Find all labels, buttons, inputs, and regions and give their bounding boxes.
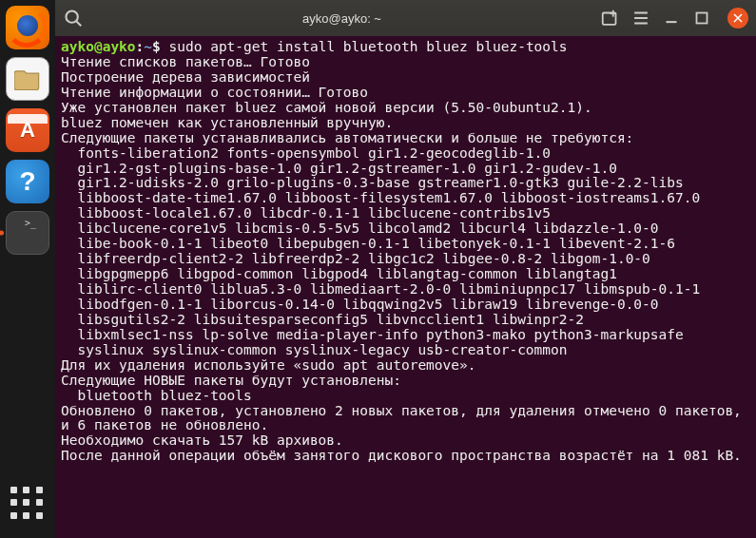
prompt-path: ~ [144, 39, 152, 54]
minimize-icon[interactable] [661, 8, 682, 29]
maximize-icon[interactable] [691, 8, 712, 29]
menu-icon[interactable] [630, 8, 651, 29]
launcher-dock: A ? >_ [0, 0, 55, 538]
software-center-icon[interactable]: A [6, 108, 49, 152]
svg-point-0 [66, 10, 77, 22]
close-icon[interactable] [727, 8, 748, 29]
terminal-window: ayko@ayko: ~ ayko@ayko:~$ sud [55, 0, 756, 538]
terminal-icon[interactable]: >_ [6, 211, 49, 255]
firefox-icon[interactable] [6, 6, 49, 49]
new-tab-icon[interactable] [600, 8, 621, 29]
search-icon[interactable] [63, 8, 84, 29]
svg-line-1 [76, 21, 81, 26]
output-lines: Чтение списков пакетов… Готово Построени… [61, 54, 750, 463]
show-applications-icon[interactable] [10, 487, 45, 521]
svg-rect-9 [697, 13, 708, 24]
prompt-user: ayko@ayko [61, 39, 136, 54]
files-icon[interactable] [6, 57, 49, 101]
window-title: ayko@ayko: ~ [84, 11, 600, 26]
terminal-output[interactable]: ayko@ayko:~$ sudo apt-get install blueto… [55, 36, 756, 538]
command-text: sudo apt-get install bluetooth bluez blu… [169, 39, 568, 54]
titlebar: ayko@ayko: ~ [55, 0, 756, 36]
help-icon[interactable]: ? [6, 160, 49, 203]
